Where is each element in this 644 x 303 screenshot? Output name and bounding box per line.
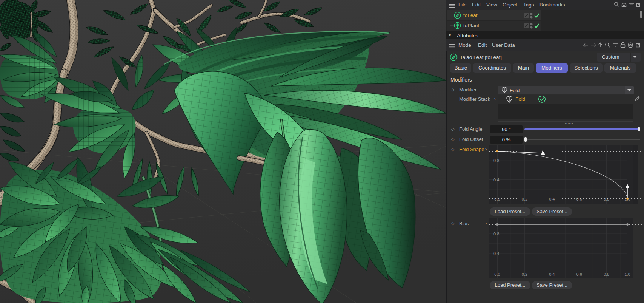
svg-text:0.2: 0.2	[522, 197, 527, 201]
svg-text:0.4: 0.4	[493, 178, 499, 182]
svg-text:0.4: 0.4	[493, 251, 499, 256]
svg-text:0.4: 0.4	[549, 272, 555, 277]
svg-text:1.0: 1.0	[624, 272, 630, 277]
svg-text:0.8: 0.8	[493, 232, 499, 236]
svg-text:0.8: 0.8	[493, 158, 499, 163]
svg-text:0.6: 0.6	[576, 197, 582, 201]
svg-text:0.4: 0.4	[549, 197, 555, 201]
svg-text:0.8: 0.8	[604, 197, 609, 201]
svg-text:0.2: 0.2	[522, 272, 527, 277]
svg-text:0.6: 0.6	[576, 272, 582, 277]
svg-text:0.0: 0.0	[494, 197, 500, 201]
svg-text:0.0: 0.0	[494, 272, 500, 277]
svg-text:0.8: 0.8	[604, 272, 609, 277]
